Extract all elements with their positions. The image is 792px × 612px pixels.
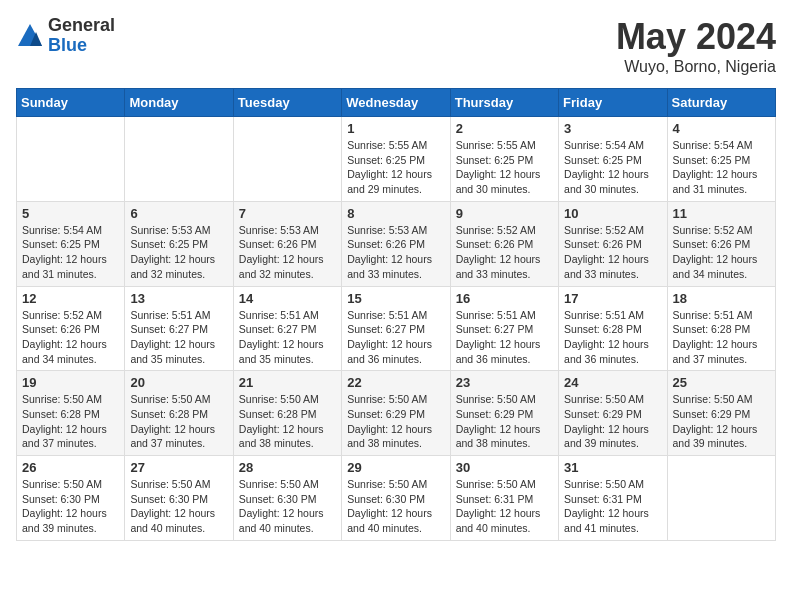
day-info: Sunrise: 5:50 AM Sunset: 6:29 PM Dayligh… <box>564 392 661 451</box>
calendar-day-cell: 4Sunrise: 5:54 AM Sunset: 6:25 PM Daylig… <box>667 117 775 202</box>
calendar-week-row: 5Sunrise: 5:54 AM Sunset: 6:25 PM Daylig… <box>17 201 776 286</box>
day-number: 13 <box>130 291 227 306</box>
day-info: Sunrise: 5:50 AM Sunset: 6:30 PM Dayligh… <box>239 477 336 536</box>
day-number: 21 <box>239 375 336 390</box>
day-info: Sunrise: 5:50 AM Sunset: 6:31 PM Dayligh… <box>564 477 661 536</box>
day-info: Sunrise: 5:50 AM Sunset: 6:29 PM Dayligh… <box>673 392 770 451</box>
calendar-day-cell: 23Sunrise: 5:50 AM Sunset: 6:29 PM Dayli… <box>450 371 558 456</box>
day-number: 9 <box>456 206 553 221</box>
calendar-day-cell: 1Sunrise: 5:55 AM Sunset: 6:25 PM Daylig… <box>342 117 450 202</box>
day-number: 24 <box>564 375 661 390</box>
day-info: Sunrise: 5:54 AM Sunset: 6:25 PM Dayligh… <box>673 138 770 197</box>
calendar-table: SundayMondayTuesdayWednesdayThursdayFrid… <box>16 88 776 541</box>
day-info: Sunrise: 5:50 AM Sunset: 6:28 PM Dayligh… <box>22 392 119 451</box>
logo-general-text: General <box>48 16 115 36</box>
day-info: Sunrise: 5:52 AM Sunset: 6:26 PM Dayligh… <box>673 223 770 282</box>
day-info: Sunrise: 5:54 AM Sunset: 6:25 PM Dayligh… <box>22 223 119 282</box>
day-number: 31 <box>564 460 661 475</box>
calendar-day-cell: 12Sunrise: 5:52 AM Sunset: 6:26 PM Dayli… <box>17 286 125 371</box>
calendar-day-cell: 31Sunrise: 5:50 AM Sunset: 6:31 PM Dayli… <box>559 456 667 541</box>
calendar-day-cell: 6Sunrise: 5:53 AM Sunset: 6:25 PM Daylig… <box>125 201 233 286</box>
day-info: Sunrise: 5:52 AM Sunset: 6:26 PM Dayligh… <box>564 223 661 282</box>
calendar-day-cell: 8Sunrise: 5:53 AM Sunset: 6:26 PM Daylig… <box>342 201 450 286</box>
day-info: Sunrise: 5:52 AM Sunset: 6:26 PM Dayligh… <box>22 308 119 367</box>
calendar-week-row: 26Sunrise: 5:50 AM Sunset: 6:30 PM Dayli… <box>17 456 776 541</box>
day-number: 28 <box>239 460 336 475</box>
day-number: 3 <box>564 121 661 136</box>
logo: General Blue <box>16 16 115 56</box>
calendar-day-cell: 30Sunrise: 5:50 AM Sunset: 6:31 PM Dayli… <box>450 456 558 541</box>
day-number: 23 <box>456 375 553 390</box>
calendar-week-row: 19Sunrise: 5:50 AM Sunset: 6:28 PM Dayli… <box>17 371 776 456</box>
page-header: General Blue May 2024 Wuyo, Borno, Niger… <box>16 16 776 76</box>
day-info: Sunrise: 5:53 AM Sunset: 6:26 PM Dayligh… <box>347 223 444 282</box>
calendar-day-header: Saturday <box>667 89 775 117</box>
calendar-day-header: Tuesday <box>233 89 341 117</box>
day-info: Sunrise: 5:50 AM Sunset: 6:31 PM Dayligh… <box>456 477 553 536</box>
calendar-day-cell: 28Sunrise: 5:50 AM Sunset: 6:30 PM Dayli… <box>233 456 341 541</box>
day-info: Sunrise: 5:50 AM Sunset: 6:29 PM Dayligh… <box>347 392 444 451</box>
calendar-day-cell: 5Sunrise: 5:54 AM Sunset: 6:25 PM Daylig… <box>17 201 125 286</box>
day-info: Sunrise: 5:53 AM Sunset: 6:26 PM Dayligh… <box>239 223 336 282</box>
calendar-day-cell: 27Sunrise: 5:50 AM Sunset: 6:30 PM Dayli… <box>125 456 233 541</box>
day-number: 4 <box>673 121 770 136</box>
calendar-day-header: Sunday <box>17 89 125 117</box>
day-info: Sunrise: 5:50 AM Sunset: 6:30 PM Dayligh… <box>130 477 227 536</box>
calendar-day-cell: 19Sunrise: 5:50 AM Sunset: 6:28 PM Dayli… <box>17 371 125 456</box>
day-info: Sunrise: 5:51 AM Sunset: 6:28 PM Dayligh… <box>564 308 661 367</box>
location-text: Wuyo, Borno, Nigeria <box>616 58 776 76</box>
day-number: 27 <box>130 460 227 475</box>
day-number: 7 <box>239 206 336 221</box>
day-info: Sunrise: 5:54 AM Sunset: 6:25 PM Dayligh… <box>564 138 661 197</box>
calendar-day-cell <box>667 456 775 541</box>
day-info: Sunrise: 5:53 AM Sunset: 6:25 PM Dayligh… <box>130 223 227 282</box>
day-number: 22 <box>347 375 444 390</box>
calendar-day-header: Thursday <box>450 89 558 117</box>
calendar-day-cell: 2Sunrise: 5:55 AM Sunset: 6:25 PM Daylig… <box>450 117 558 202</box>
day-number: 17 <box>564 291 661 306</box>
calendar-day-cell: 15Sunrise: 5:51 AM Sunset: 6:27 PM Dayli… <box>342 286 450 371</box>
calendar-day-cell <box>233 117 341 202</box>
day-info: Sunrise: 5:51 AM Sunset: 6:28 PM Dayligh… <box>673 308 770 367</box>
day-number: 16 <box>456 291 553 306</box>
day-info: Sunrise: 5:50 AM Sunset: 6:28 PM Dayligh… <box>130 392 227 451</box>
day-info: Sunrise: 5:50 AM Sunset: 6:28 PM Dayligh… <box>239 392 336 451</box>
day-info: Sunrise: 5:51 AM Sunset: 6:27 PM Dayligh… <box>239 308 336 367</box>
calendar-day-header: Monday <box>125 89 233 117</box>
day-number: 15 <box>347 291 444 306</box>
day-info: Sunrise: 5:50 AM Sunset: 6:30 PM Dayligh… <box>22 477 119 536</box>
day-number: 6 <box>130 206 227 221</box>
logo-icon <box>16 22 44 50</box>
day-number: 30 <box>456 460 553 475</box>
day-info: Sunrise: 5:52 AM Sunset: 6:26 PM Dayligh… <box>456 223 553 282</box>
calendar-day-cell: 20Sunrise: 5:50 AM Sunset: 6:28 PM Dayli… <box>125 371 233 456</box>
day-number: 8 <box>347 206 444 221</box>
calendar-day-cell: 16Sunrise: 5:51 AM Sunset: 6:27 PM Dayli… <box>450 286 558 371</box>
calendar-week-row: 1Sunrise: 5:55 AM Sunset: 6:25 PM Daylig… <box>17 117 776 202</box>
calendar-day-header: Friday <box>559 89 667 117</box>
calendar-day-cell: 3Sunrise: 5:54 AM Sunset: 6:25 PM Daylig… <box>559 117 667 202</box>
day-number: 19 <box>22 375 119 390</box>
logo-blue-text: Blue <box>48 36 115 56</box>
calendar-day-cell <box>17 117 125 202</box>
calendar-week-row: 12Sunrise: 5:52 AM Sunset: 6:26 PM Dayli… <box>17 286 776 371</box>
calendar-day-cell: 25Sunrise: 5:50 AM Sunset: 6:29 PM Dayli… <box>667 371 775 456</box>
day-info: Sunrise: 5:51 AM Sunset: 6:27 PM Dayligh… <box>130 308 227 367</box>
calendar-day-cell: 29Sunrise: 5:50 AM Sunset: 6:30 PM Dayli… <box>342 456 450 541</box>
title-area: May 2024 Wuyo, Borno, Nigeria <box>616 16 776 76</box>
calendar-day-cell: 14Sunrise: 5:51 AM Sunset: 6:27 PM Dayli… <box>233 286 341 371</box>
calendar-day-cell: 7Sunrise: 5:53 AM Sunset: 6:26 PM Daylig… <box>233 201 341 286</box>
month-year-title: May 2024 <box>616 16 776 58</box>
day-number: 14 <box>239 291 336 306</box>
calendar-day-cell: 18Sunrise: 5:51 AM Sunset: 6:28 PM Dayli… <box>667 286 775 371</box>
calendar-day-cell: 22Sunrise: 5:50 AM Sunset: 6:29 PM Dayli… <box>342 371 450 456</box>
day-number: 11 <box>673 206 770 221</box>
day-number: 1 <box>347 121 444 136</box>
calendar-day-cell: 9Sunrise: 5:52 AM Sunset: 6:26 PM Daylig… <box>450 201 558 286</box>
day-info: Sunrise: 5:55 AM Sunset: 6:25 PM Dayligh… <box>456 138 553 197</box>
calendar-header-row: SundayMondayTuesdayWednesdayThursdayFrid… <box>17 89 776 117</box>
calendar-day-cell: 11Sunrise: 5:52 AM Sunset: 6:26 PM Dayli… <box>667 201 775 286</box>
day-info: Sunrise: 5:51 AM Sunset: 6:27 PM Dayligh… <box>347 308 444 367</box>
calendar-day-cell: 24Sunrise: 5:50 AM Sunset: 6:29 PM Dayli… <box>559 371 667 456</box>
calendar-day-header: Wednesday <box>342 89 450 117</box>
